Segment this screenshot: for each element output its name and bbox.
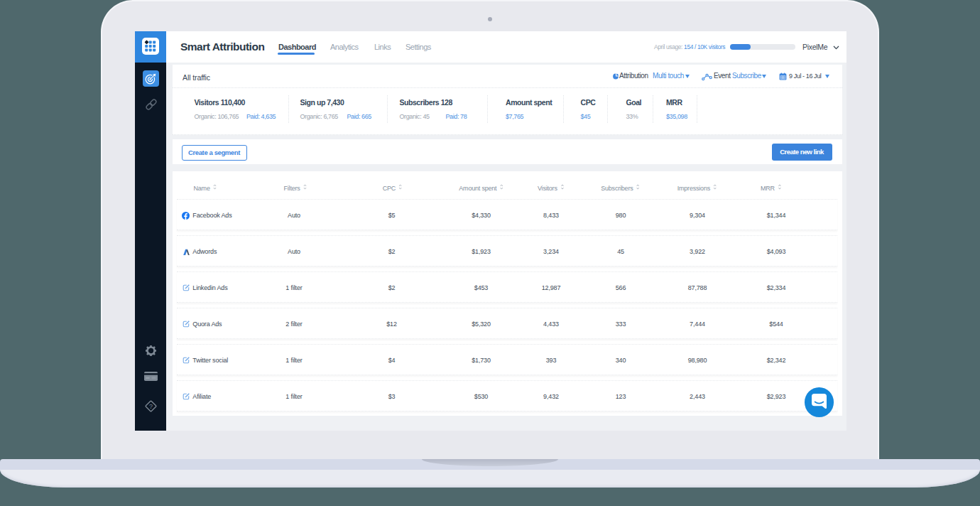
svg-text:?: ? (149, 403, 153, 410)
